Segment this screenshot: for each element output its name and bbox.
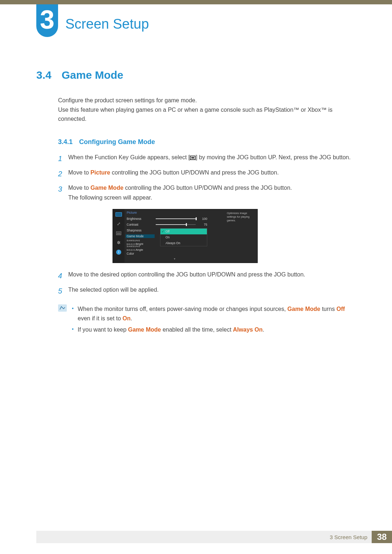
osd-label: SAMSUNGMAGICAngle (127, 244, 156, 251)
step-body: When the Function Key Guide appears, sel… (68, 152, 356, 165)
osd-sidebar: ⤢ ✲ i (113, 209, 124, 263)
section-number: 3.4 (36, 69, 52, 81)
keyword-gamemode: Game Mode (128, 327, 161, 333)
note-list: When the monitor turns off, enters power… (72, 304, 356, 337)
subsection-number: 3.4.1 (58, 138, 73, 145)
osd-label: Sharpness (127, 229, 156, 232)
step-text: The following screen will appear. (68, 193, 356, 202)
step-2: 2 Move to Picture controlling the JOG bu… (58, 168, 356, 180)
osd-option-off: Off (160, 229, 207, 234)
monitor-icon (115, 212, 122, 217)
footer: 3 Screen Setup 38 (36, 531, 392, 543)
intro-line-2: Use this feature when playing games on a… (58, 105, 356, 124)
chapter-title: Screen Setup (65, 16, 149, 32)
intro-paragraphs: Configure the product screen settings fo… (36, 96, 356, 124)
page-content: 3.4Game Mode Configure the product scree… (36, 69, 356, 337)
menu-icon (190, 156, 196, 160)
intro-line-1: Configure the product screen settings fo… (58, 96, 356, 105)
osd-option-alwayson: Always On (160, 240, 207, 246)
note-item: If you want to keep Game Mode enabled al… (72, 325, 356, 335)
page-number: 38 (372, 531, 392, 543)
note-text: enabled all the time, select (161, 327, 233, 333)
note-text: . (263, 327, 264, 333)
osd-value: 100 (199, 217, 207, 221)
step-text: controlling the JOG button UP/DOWN and p… (123, 185, 292, 191)
step-text: When the Function Key Guide appears, sel… (68, 154, 190, 160)
note-text: even if it is set to (78, 315, 123, 321)
keyword-alwayson: Always On (233, 327, 263, 333)
osd-label: Brightness (127, 217, 156, 221)
gear-icon: ✲ (115, 240, 122, 246)
note-icon (58, 304, 67, 312)
note-text: . (131, 315, 132, 321)
step-5: 5 The selected option will be applied. (58, 285, 356, 297)
keyword-gamemode: Game Mode (287, 306, 320, 312)
step-text: ] by moving the JOG button UP. Next, pre… (196, 154, 351, 160)
osd-label: Color (127, 252, 156, 255)
keyword-gamemode: Game Mode (90, 185, 123, 191)
note-text: turns (320, 306, 336, 312)
step-text: controlling the JOG button UP/DOWN and p… (110, 169, 279, 176)
osd-main: Picture Brightness 100 Contrast 75 Sharp… (124, 209, 225, 263)
step-1: 1 When the Function Key Guide appears, s… (58, 152, 356, 165)
osd-row-color: Color (127, 251, 222, 257)
osd-slider (156, 218, 196, 219)
osd-submenu: Off On Always On (160, 228, 207, 246)
step-number: 3 (58, 183, 68, 202)
subsection-title: Configuring Game Mode (79, 138, 155, 145)
keyword-off: Off (336, 306, 345, 312)
step-body: Move to Game Mode controlling the JOG bu… (68, 183, 356, 202)
resize-icon: ⤢ (115, 221, 122, 227)
osd-title: Picture (127, 211, 222, 214)
step-body: The selected option will be applied. (68, 285, 356, 297)
note-item: When the monitor turns off, enters power… (72, 304, 356, 323)
step-number: 5 (58, 285, 68, 297)
section-title: Game Mode (62, 69, 123, 81)
osd-screenshot: ⤢ ✲ i Picture Brightness 100 Contrast 75… (113, 209, 258, 263)
chevron-down-icon: ▾ (127, 257, 222, 260)
footer-text: 3 Screen Setup (330, 534, 367, 540)
keyword-picture: Picture (90, 169, 110, 176)
list-icon (115, 230, 122, 236)
info-icon: i (115, 249, 122, 255)
note-text: If you want to keep (78, 327, 128, 333)
osd-value: 75 (199, 223, 207, 226)
step-number: 4 (58, 270, 68, 282)
section-heading: 3.4Game Mode (36, 69, 356, 81)
step-3: 3 Move to Game Mode controlling the JOG … (58, 183, 356, 202)
osd-option-on: On (160, 234, 207, 240)
subsection-heading: 3.4.1Configuring Game Mode (58, 138, 356, 146)
header-band (0, 0, 392, 4)
osd-row-contrast: Contrast 75 (127, 222, 222, 227)
note-block: When the monitor turns off, enters power… (58, 304, 356, 337)
osd-tip: Optimizes image settings for playing gam… (225, 209, 257, 263)
note-text: When the monitor turns off, enters power… (78, 306, 287, 312)
keyword-on: On (123, 315, 131, 321)
step-number: 1 (58, 152, 68, 165)
osd-row-brightness: Brightness 100 (127, 216, 222, 222)
step-body: Move to the desired option controlling t… (68, 270, 356, 282)
step-body: Move to Picture controlling the JOG butt… (68, 168, 356, 180)
chapter-number-badge: 3 (36, 4, 58, 37)
osd-slider (156, 224, 196, 225)
step-text: Move to (68, 185, 90, 191)
step-number: 2 (58, 168, 68, 180)
step-text: Move to (68, 169, 90, 176)
osd-label: Contrast (127, 223, 156, 226)
osd-label-active: Game Mode (126, 234, 155, 238)
step-4: 4 Move to the desired option controlling… (58, 270, 356, 282)
